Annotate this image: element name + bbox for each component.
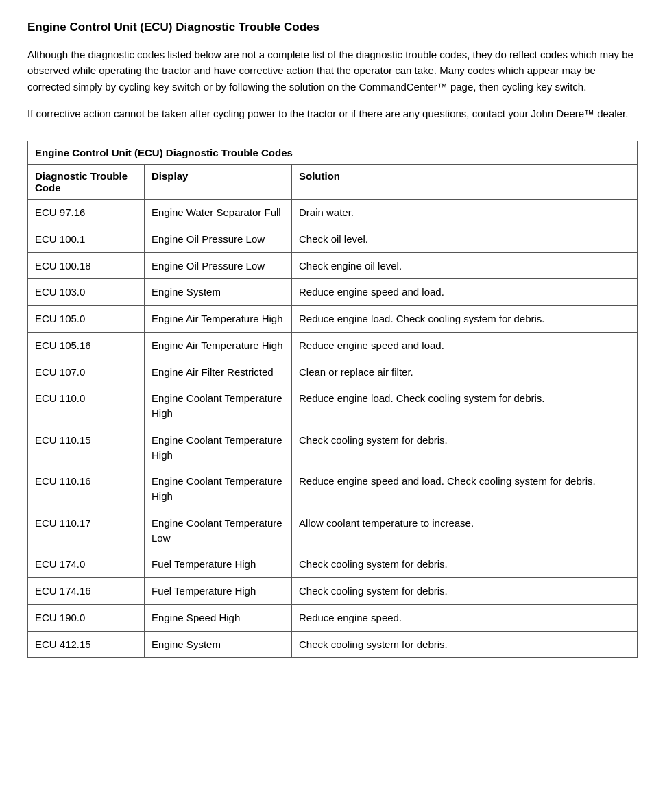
table-row: ECU 97.16Engine Water Separator FullDrai… <box>28 200 638 226</box>
cell-code: ECU 105.16 <box>28 332 145 359</box>
table-row: ECU 107.0Engine Air Filter RestrictedCle… <box>28 359 638 385</box>
col-header-solution: Solution <box>292 165 638 200</box>
table-row: ECU 174.0Fuel Temperature HighCheck cool… <box>28 551 638 578</box>
table-row: ECU 110.15Engine Coolant Temperature Hig… <box>28 427 638 468</box>
table-row: ECU 105.0Engine Air Temperature HighRedu… <box>28 306 638 333</box>
table-row: ECU 103.0Engine SystemReduce engine spee… <box>28 279 638 306</box>
dtc-table: Engine Control Unit (ECU) Diagnostic Tro… <box>27 141 638 658</box>
cell-code: ECU 100.18 <box>28 252 145 279</box>
cell-solution: Check engine oil level. <box>292 252 638 279</box>
cell-solution: Allow coolant temperature to increase. <box>292 510 638 551</box>
cell-display: Engine Air Temperature High <box>145 306 292 333</box>
cell-code: ECU 97.16 <box>28 200 145 226</box>
cell-code: ECU 174.16 <box>28 578 145 605</box>
cell-solution: Reduce engine speed and load. <box>292 332 638 359</box>
cell-solution: Drain water. <box>292 200 638 226</box>
cell-solution: Check cooling system for debris. <box>292 578 638 605</box>
cell-display: Engine Air Filter Restricted <box>145 359 292 385</box>
cell-display: Engine Coolant Temperature High <box>145 468 292 510</box>
cell-solution: Clean or replace air filter. <box>292 359 638 385</box>
cell-display: Fuel Temperature High <box>145 578 292 605</box>
cell-display: Engine Coolant Temperature Low <box>145 510 292 551</box>
cell-solution: Reduce engine speed and load. <box>292 279 638 306</box>
table-row: ECU 100.18Engine Oil Pressure LowCheck e… <box>28 252 638 279</box>
cell-solution: Check oil level. <box>292 226 638 252</box>
cell-solution: Reduce engine speed and load. Check cool… <box>292 468 638 510</box>
cell-display: Engine System <box>145 279 292 306</box>
cell-code: ECU 103.0 <box>28 279 145 306</box>
cell-code: ECU 110.17 <box>28 510 145 551</box>
cell-display: Engine System <box>145 631 292 658</box>
cell-display: Engine Oil Pressure Low <box>145 252 292 279</box>
cell-display: Engine Water Separator Full <box>145 200 292 226</box>
cell-display: Engine Coolant Temperature High <box>145 385 292 427</box>
cell-display: Fuel Temperature High <box>145 551 292 578</box>
cell-code: ECU 110.15 <box>28 427 145 468</box>
table-main-header: Engine Control Unit (ECU) Diagnostic Tro… <box>28 141 638 165</box>
table-row: ECU 174.16Fuel Temperature HighCheck coo… <box>28 578 638 605</box>
table-row: ECU 110.16Engine Coolant Temperature Hig… <box>28 468 638 510</box>
cell-display: Engine Speed High <box>145 604 292 631</box>
col-header-display: Display <box>145 165 292 200</box>
cell-code: ECU 107.0 <box>28 359 145 385</box>
intro-paragraph-2: If corrective action cannot be taken aft… <box>27 106 638 121</box>
cell-code: ECU 412.15 <box>28 631 145 658</box>
cell-display: Engine Coolant Temperature High <box>145 427 292 468</box>
cell-code: ECU 110.0 <box>28 385 145 427</box>
cell-solution: Reduce engine speed. <box>292 604 638 631</box>
table-row: ECU 110.0Engine Coolant Temperature High… <box>28 385 638 427</box>
table-row: ECU 105.16Engine Air Temperature HighRed… <box>28 332 638 359</box>
cell-display: Engine Oil Pressure Low <box>145 226 292 252</box>
table-row: ECU 110.17Engine Coolant Temperature Low… <box>28 510 638 551</box>
cell-display: Engine Air Temperature High <box>145 332 292 359</box>
page-title: Engine Control Unit (ECU) Diagnostic Tro… <box>27 21 638 34</box>
cell-solution: Check cooling system for debris. <box>292 631 638 658</box>
intro-paragraph-1: Although the diagnostic codes listed bel… <box>27 47 638 95</box>
cell-solution: Check cooling system for debris. <box>292 551 638 578</box>
cell-solution: Check cooling system for debris. <box>292 427 638 468</box>
table-row: ECU 190.0Engine Speed HighReduce engine … <box>28 604 638 631</box>
table-row: ECU 100.1Engine Oil Pressure LowCheck oi… <box>28 226 638 252</box>
cell-code: ECU 105.0 <box>28 306 145 333</box>
col-header-code: Diagnostic Trouble Code <box>28 165 145 200</box>
cell-code: ECU 190.0 <box>28 604 145 631</box>
cell-solution: Reduce engine load. Check cooling system… <box>292 306 638 333</box>
table-row: ECU 412.15Engine SystemCheck cooling sys… <box>28 631 638 658</box>
cell-code: ECU 100.1 <box>28 226 145 252</box>
cell-code: ECU 110.16 <box>28 468 145 510</box>
cell-solution: Reduce engine load. Check cooling system… <box>292 385 638 427</box>
cell-code: ECU 174.0 <box>28 551 145 578</box>
